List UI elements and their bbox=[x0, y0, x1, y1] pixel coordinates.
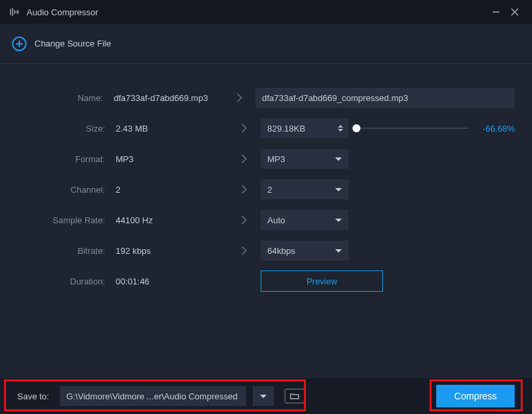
size-slider[interactable] bbox=[356, 122, 468, 135]
browse-folder-button[interactable] bbox=[285, 389, 305, 403]
bitrate-select-value: 64kbps bbox=[267, 246, 295, 256]
titlebar: Audio Compressor bbox=[0, 0, 532, 24]
arrow-icon bbox=[223, 93, 255, 102]
current-format: MP3 bbox=[116, 154, 227, 164]
current-name: dfa733af-d7abd669.mp3 bbox=[114, 93, 223, 103]
close-button[interactable] bbox=[505, 3, 524, 21]
format-select[interactable]: MP3 bbox=[261, 149, 348, 169]
arrow-icon bbox=[227, 185, 261, 194]
change-source-label: Change Source File bbox=[35, 39, 111, 49]
output-size-stepper[interactable] bbox=[261, 118, 348, 138]
row-duration: Duration: 00:01:46 Preview bbox=[17, 266, 515, 296]
settings-form: Name: dfa733af-d7abd669.mp3 Size: 2.43 M… bbox=[0, 64, 532, 296]
sample-rate-select-value: Auto bbox=[267, 215, 285, 225]
stepper-up-icon[interactable] bbox=[338, 125, 343, 128]
footer: Save to: G:\Vidmore\Vidmore ...er\Audio … bbox=[0, 378, 532, 414]
chevron-down-icon bbox=[335, 188, 342, 191]
arrow-icon bbox=[227, 246, 261, 255]
channel-select-value: 2 bbox=[267, 185, 272, 195]
slider-thumb[interactable] bbox=[352, 124, 360, 132]
preview-button[interactable]: Preview bbox=[261, 270, 383, 292]
channel-select[interactable]: 2 bbox=[261, 179, 348, 199]
row-name: Name: dfa733af-d7abd669.mp3 bbox=[17, 82, 515, 113]
chevron-down-icon bbox=[335, 249, 342, 253]
label-bitrate: Bitrate: bbox=[17, 246, 116, 256]
arrow-icon bbox=[227, 215, 261, 225]
arrow-icon bbox=[227, 124, 261, 133]
minimize-button[interactable] bbox=[487, 3, 505, 21]
sample-rate-select[interactable]: Auto bbox=[261, 210, 348, 230]
current-sample-rate: 44100 Hz bbox=[116, 215, 227, 225]
format-select-value: MP3 bbox=[267, 154, 285, 164]
stepper-buttons[interactable] bbox=[335, 120, 346, 137]
current-size: 2.43 MB bbox=[116, 124, 227, 134]
current-channel: 2 bbox=[116, 185, 227, 195]
save-path-display[interactable]: G:\Vidmore\Vidmore ...er\Audio Compresse… bbox=[60, 386, 246, 406]
app-title: Audio Compressor bbox=[27, 7, 98, 17]
save-to-label: Save to: bbox=[17, 391, 49, 401]
label-name: Name: bbox=[17, 93, 114, 103]
row-bitrate: Bitrate: 192 kbps 64kbps bbox=[17, 235, 515, 266]
label-duration: Duration: bbox=[17, 276, 116, 286]
output-name-input[interactable] bbox=[255, 88, 515, 108]
row-format: Format: MP3 MP3 bbox=[17, 144, 515, 174]
chevron-down-icon bbox=[260, 395, 267, 398]
row-size: Size: 2.43 MB -66.68% bbox=[17, 113, 515, 144]
app-logo-icon bbox=[8, 7, 20, 17]
plus-circle-icon bbox=[12, 37, 27, 51]
arrow-icon bbox=[227, 154, 261, 163]
label-format: Format: bbox=[17, 154, 116, 164]
save-path-dropdown[interactable] bbox=[253, 386, 274, 406]
label-channel: Channel: bbox=[17, 185, 116, 195]
row-sample-rate: Sample Rate: 44100 Hz Auto bbox=[17, 205, 515, 235]
stepper-down-icon[interactable] bbox=[338, 129, 343, 132]
row-channel: Channel: 2 2 bbox=[17, 174, 515, 205]
label-sample-rate: Sample Rate: bbox=[17, 215, 116, 225]
chevron-down-icon bbox=[335, 219, 342, 222]
compress-button[interactable]: Compress bbox=[436, 385, 515, 407]
current-bitrate: 192 kbps bbox=[116, 246, 227, 256]
change-source-row[interactable]: Change Source File bbox=[0, 24, 532, 64]
bitrate-select[interactable]: 64kbps bbox=[261, 241, 348, 260]
chevron-down-icon bbox=[335, 157, 342, 161]
current-duration: 00:01:46 bbox=[116, 276, 227, 286]
compress-button-label: Compress bbox=[454, 391, 497, 401]
label-size: Size: bbox=[17, 124, 116, 134]
preview-button-label: Preview bbox=[307, 276, 337, 286]
size-reduction-pct: -66.68% bbox=[483, 124, 515, 134]
